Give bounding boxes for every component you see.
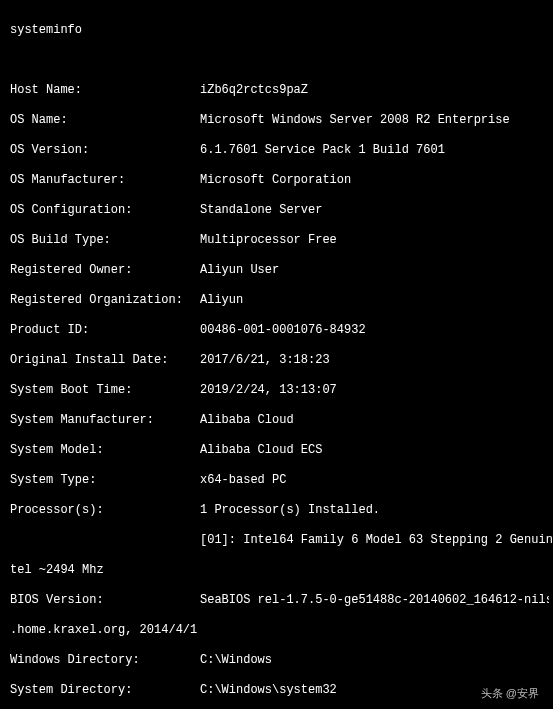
product-id-label: Product ID: [10,323,200,338]
processors-label: Processor(s): [10,503,200,518]
system-manufacturer-value: Alibaba Cloud [200,413,549,428]
processors-value: 1 Processor(s) Installed. [200,503,549,518]
registered-owner-value: Aliyun User [200,263,549,278]
os-name-label: OS Name: [10,113,200,128]
os-version-row: OS Version:6.1.7601 Service Pack 1 Build… [10,143,549,158]
original-install-date-value: 2017/6/21, 3:18:23 [200,353,549,368]
os-configuration-label: OS Configuration: [10,203,200,218]
bios-extra: .home.kraxel.org, 2014/4/1 [10,623,549,638]
terminal-output[interactable]: systeminfo Host Name:iZb6q2rctcs9paZ OS … [0,0,553,709]
original-install-date-label: Original Install Date: [10,353,200,368]
system-type-row: System Type:x64-based PC [10,473,549,488]
processor-detail: [01]: Intel64 Family 6 Model 63 Stepping… [200,533,549,548]
system-boot-time-row: System Boot Time:2019/2/24, 13:13:07 [10,383,549,398]
system-type-value: x64-based PC [200,473,549,488]
watermark: 头条 @安界 [477,684,543,703]
os-manufacturer-row: OS Manufacturer:Microsoft Corporation [10,173,549,188]
system-boot-time-label: System Boot Time: [10,383,200,398]
os-build-type-row: OS Build Type:Multiprocessor Free [10,233,549,248]
os-version-value: 6.1.7601 Service Pack 1 Build 7601 [200,143,549,158]
system-manufacturer-row: System Manufacturer:Alibaba Cloud [10,413,549,428]
bios-version-label: BIOS Version: [10,593,200,608]
processor-speed: tel ~2494 Mhz [10,563,549,578]
host-name-label: Host Name: [10,83,200,98]
system-boot-time-value: 2019/2/24, 13:13:07 [200,383,549,398]
os-manufacturer-label: OS Manufacturer: [10,173,200,188]
command-line: systeminfo [10,23,549,38]
os-manufacturer-value: Microsoft Corporation [200,173,549,188]
bios-version-row: BIOS Version:SeaBIOS rel-1.7.5-0-ge51488… [10,593,549,608]
host-name-row: Host Name:iZb6q2rctcs9paZ [10,83,549,98]
bios-version-value: SeaBIOS rel-1.7.5-0-ge51488c-20140602_16… [200,593,549,608]
os-name-row: OS Name:Microsoft Windows Server 2008 R2… [10,113,549,128]
system-model-label: System Model: [10,443,200,458]
system-model-value: Alibaba Cloud ECS [200,443,549,458]
os-version-label: OS Version: [10,143,200,158]
windows-directory-label: Windows Directory: [10,653,200,668]
os-build-type-label: OS Build Type: [10,233,200,248]
blank-line [10,53,549,68]
product-id-row: Product ID:00486-001-0001076-84932 [10,323,549,338]
windows-directory-value: C:\Windows [200,653,549,668]
system-manufacturer-label: System Manufacturer: [10,413,200,428]
host-name-value: iZb6q2rctcs9paZ [200,83,549,98]
processors-row: Processor(s):1 Processor(s) Installed. [10,503,549,518]
os-build-type-value: Multiprocessor Free [200,233,549,248]
registered-organization-value: Aliyun [200,293,549,308]
original-install-date-row: Original Install Date:2017/6/21, 3:18:23 [10,353,549,368]
registered-organization-label: Registered Organization: [10,293,200,308]
registered-owner-label: Registered Owner: [10,263,200,278]
windows-directory-row: Windows Directory:C:\Windows [10,653,549,668]
system-directory-label: System Directory: [10,683,200,698]
product-id-value: 00486-001-0001076-84932 [200,323,549,338]
system-directory-row: System Directory:C:\Windows\system32 [10,683,549,698]
os-name-value: Microsoft Windows Server 2008 R2 Enterpr… [200,113,549,128]
os-configuration-row: OS Configuration:Standalone Server [10,203,549,218]
registered-owner-row: Registered Owner:Aliyun User [10,263,549,278]
system-type-label: System Type: [10,473,200,488]
system-model-row: System Model:Alibaba Cloud ECS [10,443,549,458]
os-configuration-value: Standalone Server [200,203,549,218]
registered-organization-row: Registered Organization:Aliyun [10,293,549,308]
